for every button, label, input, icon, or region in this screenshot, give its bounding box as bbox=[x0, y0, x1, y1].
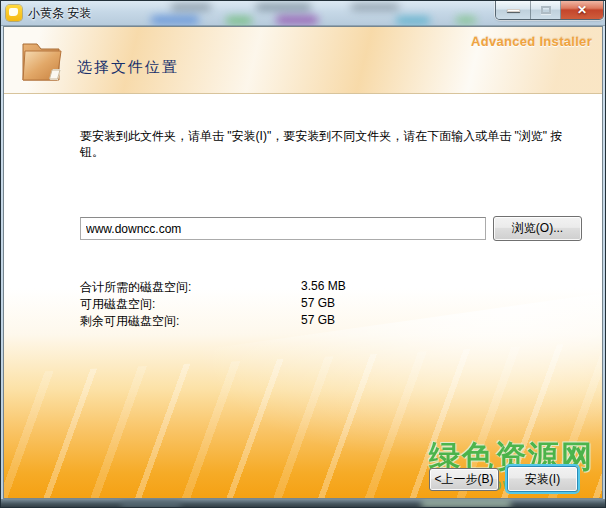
disk-info-value: 3.56 MB bbox=[301, 279, 346, 293]
blur-blob bbox=[226, 17, 252, 24]
disk-info-row: 合计所需的磁盘空间: 3.56 MB bbox=[80, 279, 500, 296]
back-button[interactable]: <上一步(B) bbox=[429, 468, 499, 491]
minimize-button[interactable] bbox=[496, 1, 531, 19]
blur-blob bbox=[151, 16, 199, 24]
minimize-icon bbox=[507, 9, 520, 12]
disk-info-label: 剩余可用磁盘空间: bbox=[80, 313, 179, 330]
disk-info-value: 57 GB bbox=[301, 313, 335, 327]
blur-blob bbox=[456, 17, 476, 23]
maximize-icon bbox=[541, 6, 551, 14]
window-title: 小黄条 安装 bbox=[28, 5, 91, 22]
window-bottom-border bbox=[1, 499, 605, 507]
titlebar[interactable]: 小黄条 安装 ✕ bbox=[1, 1, 605, 26]
browse-button[interactable]: 浏览(O)... bbox=[493, 216, 582, 241]
install-button[interactable]: 安装(I) bbox=[507, 466, 578, 492]
disk-info: 合计所需的磁盘空间: 3.56 MB 可用磁盘空间: 57 GB 剩余可用磁盘空… bbox=[80, 279, 500, 330]
blur-blob bbox=[351, 4, 399, 10]
window-controls: ✕ bbox=[495, 1, 604, 20]
blur-blob bbox=[256, 4, 311, 10]
blur-blob bbox=[276, 16, 318, 24]
close-icon: ✕ bbox=[577, 4, 587, 16]
page-title: 选择文件位置 bbox=[77, 58, 179, 77]
install-path-input[interactable] bbox=[80, 217, 486, 240]
blur-blob bbox=[171, 4, 211, 10]
app-icon bbox=[6, 5, 22, 21]
disk-info-row: 可用磁盘空间: 57 GB bbox=[80, 296, 500, 313]
wizard-header: Advanced Installer 选择文件位置 bbox=[4, 27, 602, 94]
instruction-text: 要安装到此文件夹，请单击 "安装(I)"，要安装到不同文件夹，请在下面输入或单击… bbox=[80, 128, 586, 160]
close-button[interactable]: ✕ bbox=[561, 1, 603, 19]
brand-watermark: Advanced Installer bbox=[471, 34, 592, 49]
dialog-body: Advanced Installer 选择文件位置 要安装到此文件夹，请单击 "… bbox=[3, 26, 603, 499]
disk-info-value: 57 GB bbox=[301, 296, 335, 310]
blur-blob bbox=[396, 17, 430, 24]
blur-blob bbox=[121, 501, 181, 507]
blur-blob bbox=[421, 500, 511, 507]
installer-window: 小黄条 安装 ✕ Advanced Installer bbox=[0, 0, 606, 508]
disk-info-label: 合计所需的磁盘空间: bbox=[80, 279, 191, 296]
maximize-button[interactable] bbox=[531, 1, 561, 19]
disk-info-label: 可用磁盘空间: bbox=[80, 296, 155, 313]
folder-icon bbox=[17, 36, 67, 86]
disk-info-row: 剩余可用磁盘空间: 57 GB bbox=[80, 313, 500, 330]
